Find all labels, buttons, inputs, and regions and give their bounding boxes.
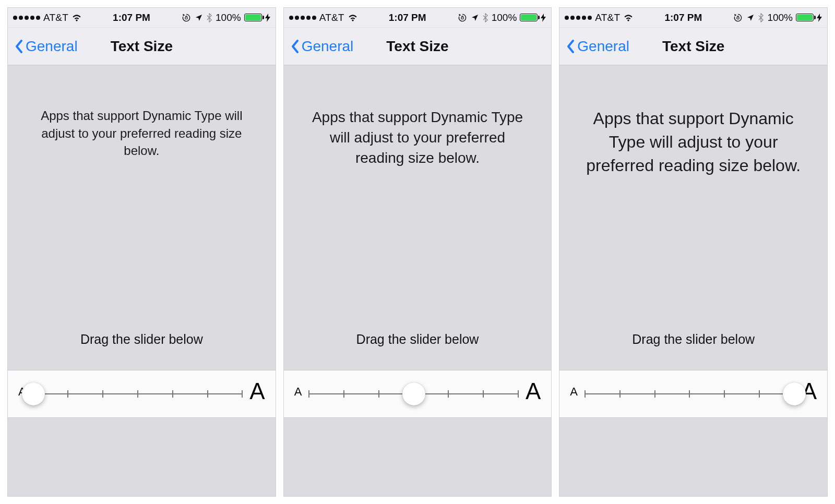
navigation-bar: GeneralText Size: [559, 28, 827, 65]
rotation-lock-icon: [733, 13, 743, 23]
slider-thumb[interactable]: [402, 382, 425, 405]
status-bar: AT&T1:07 PM100%: [8, 8, 276, 28]
phone-screen-medium: AT&T1:07 PM100%GeneralText SizeApps that…: [283, 7, 552, 497]
battery-icon: [244, 14, 262, 21]
slider-min-glyph: A: [294, 385, 302, 399]
content-area: Apps that support Dynamic Type will adju…: [8, 65, 276, 496]
signal-strength-icon: [289, 16, 316, 20]
text-size-slider-row: AA: [284, 370, 552, 418]
bluetooth-icon: [758, 13, 764, 23]
bluetooth-icon: [206, 13, 212, 23]
footer-space: [8, 418, 276, 496]
slider-min-glyph: A: [570, 385, 578, 399]
back-button[interactable]: General: [14, 38, 78, 55]
dynamic-type-description: Apps that support Dynamic Type will adju…: [8, 65, 276, 160]
wifi-icon: [348, 13, 358, 23]
carrier-label: AT&T: [43, 12, 68, 23]
location-icon: [746, 14, 755, 22]
battery-percentage: 100%: [767, 12, 793, 23]
drag-hint-label: Drag the slider below: [8, 332, 276, 370]
chevron-left-icon: [290, 39, 301, 54]
svg-rect-0: [185, 17, 187, 19]
drag-hint-label: Drag the slider below: [559, 332, 827, 370]
signal-strength-icon: [565, 16, 592, 20]
charging-bolt-icon: [265, 14, 270, 22]
text-size-slider[interactable]: [33, 381, 243, 407]
back-button-label: General: [26, 38, 78, 55]
content-area: Apps that support Dynamic Type will adju…: [559, 65, 827, 496]
phone-screen-small: AT&T1:07 PM100%GeneralText SizeApps that…: [7, 7, 276, 497]
back-button[interactable]: General: [290, 38, 354, 55]
status-bar: AT&T1:07 PM100%: [284, 8, 552, 28]
wifi-icon: [71, 13, 82, 23]
text-size-slider[interactable]: [309, 381, 518, 407]
svg-rect-1: [461, 17, 463, 19]
dynamic-type-description: Apps that support Dynamic Type will adju…: [284, 65, 552, 169]
carrier-label: AT&T: [595, 12, 620, 23]
status-time: 1:07 PM: [664, 12, 702, 23]
chevron-left-icon: [566, 39, 576, 54]
status-time: 1:07 PM: [113, 12, 150, 23]
slider-max-glyph: A: [249, 378, 265, 404]
slider-thumb[interactable]: [22, 382, 45, 405]
slider-thumb[interactable]: [783, 382, 806, 405]
footer-space: [284, 418, 552, 496]
navigation-bar: GeneralText Size: [8, 28, 276, 65]
svg-rect-2: [737, 17, 739, 19]
back-button-label: General: [302, 38, 354, 55]
slider-max-glyph: A: [526, 378, 541, 404]
phone-screen-large: AT&T1:07 PM100%GeneralText SizeApps that…: [559, 7, 828, 497]
bluetooth-icon: [482, 13, 488, 23]
battery-percentage: 100%: [216, 12, 241, 23]
text-size-slider[interactable]: [585, 381, 794, 407]
battery-icon: [520, 14, 538, 21]
wifi-icon: [623, 13, 634, 23]
back-button-label: General: [577, 38, 629, 55]
rotation-lock-icon: [181, 13, 192, 23]
status-time: 1:07 PM: [389, 12, 426, 23]
location-icon: [471, 14, 479, 22]
charging-bolt-icon: [817, 14, 822, 22]
battery-percentage: 100%: [492, 12, 517, 23]
carrier-label: AT&T: [319, 12, 344, 23]
dynamic-type-description: Apps that support Dynamic Type will adju…: [559, 65, 827, 177]
status-bar: AT&T1:07 PM100%: [559, 8, 827, 28]
chevron-left-icon: [14, 39, 25, 54]
location-icon: [195, 14, 203, 22]
text-size-slider-row: AA: [559, 370, 827, 418]
text-size-slider-row: AA: [8, 370, 276, 418]
battery-icon: [796, 14, 814, 21]
drag-hint-label: Drag the slider below: [284, 332, 552, 370]
charging-bolt-icon: [541, 14, 546, 22]
navigation-bar: GeneralText Size: [284, 28, 552, 65]
signal-strength-icon: [13, 16, 40, 20]
content-area: Apps that support Dynamic Type will adju…: [284, 65, 552, 496]
rotation-lock-icon: [457, 13, 468, 23]
back-button[interactable]: General: [566, 38, 629, 55]
footer-space: [559, 418, 827, 496]
